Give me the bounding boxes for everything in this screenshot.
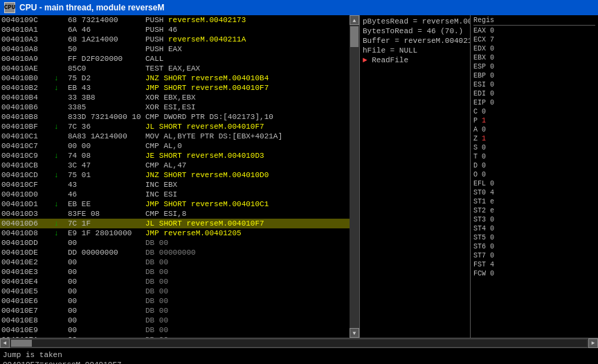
mnem: JNZ (145, 74, 159, 82)
table-row[interactable]: 004010A368 1A214000PUSH reverseM.0040211… (0, 35, 350, 44)
table-row[interactable]: 004010B8833D 73214000 10CMP DWORD PTR DS… (0, 112, 350, 122)
row-instruction: DB 00 (144, 267, 350, 277)
row-bytes: 3C 47 (68, 161, 144, 170)
table-row[interactable]: 004010CD↓75 01JNZ SHORT reverseM.004010D… (0, 170, 350, 180)
row-arrow (54, 257, 68, 267)
table-row[interactable]: 004010CB3C 47CMP AL,47 (0, 161, 350, 170)
table-row[interactable]: 004010E600DB 00 (0, 296, 350, 306)
table-row[interactable]: 004010E300DB 00 (0, 267, 350, 277)
table-row[interactable]: 004010E500DB 00 (0, 286, 350, 296)
row-address: 004010B8 (0, 112, 54, 122)
table-row[interactable]: 004010CF43INC EBX (0, 180, 350, 190)
table-row[interactable]: 004010D383FE 08CMP ESI,8 (0, 209, 350, 219)
operand: 00 (159, 336, 168, 338)
st-register-line: ST3 0 (473, 215, 595, 224)
flag-name: D (473, 162, 482, 170)
scroll-track[interactable] (11, 340, 587, 347)
mnem: MOV (145, 132, 159, 140)
bottom-scrollbar[interactable]: ◄ ► (0, 338, 598, 347)
reg-name: ESP (473, 63, 490, 71)
row-bytes: EB EE (68, 199, 144, 209)
row-arrow (54, 141, 68, 151)
table-row[interactable]: 004010B2↓EB 43JMP SHORT reverseM.004010F… (0, 83, 350, 93)
reg-value: 0 (490, 63, 494, 71)
table-row[interactable]: 004010D046INC ESI (0, 190, 350, 199)
row-address: 0040109C (0, 15, 54, 25)
flag-name: T (473, 153, 482, 161)
row-address: 004010D1 (0, 199, 54, 209)
row-bytes: 00 (68, 257, 144, 267)
row-instruction: PUSH 46 (144, 25, 350, 35)
scroll-thumb[interactable] (350, 26, 359, 47)
scroll-up-arrow[interactable]: ▲ (350, 15, 359, 25)
scroll-down-arrow[interactable]: ▼ (350, 328, 359, 338)
table-row[interactable]: 004010EA00DB 00 (0, 335, 350, 338)
operand: AL,BYTE PTR DS:[EBX+4021A] (163, 132, 282, 140)
table-row[interactable]: 004010A850PUSH EAX (0, 44, 350, 54)
table-row[interactable]: 004010D6↓7C 1FJL SHORT reverseM.004010F7 (0, 219, 350, 228)
row-instruction: DB 00 (144, 335, 350, 338)
table-row[interactable]: 004010DEDD 00000000DB 00000000 (0, 248, 350, 257)
disasm-scrollbar[interactable]: ▲ ▼ (350, 15, 359, 338)
st-value: 0 (490, 216, 494, 224)
table-row[interactable]: 004010DD00DB 00 (0, 238, 350, 248)
row-instruction: JMP SHORT reverseM.004010F7 (144, 83, 350, 93)
operand: SHORT reverseM.004010B4 (163, 74, 269, 82)
mnem: JL (145, 219, 154, 228)
table-row[interactable]: 004010A9FF D2F020000CALL (0, 54, 350, 64)
flag-line: P 1 (473, 116, 595, 125)
status-bar: Jump is taken 004010F7=reverseM.004010F7 (0, 347, 598, 364)
operand: 00 (159, 307, 168, 315)
table-row[interactable]: 004010D8↓E9 1F 28010000JMP reverseM.0040… (0, 228, 350, 238)
row-bytes: 85C0 (68, 64, 144, 73)
disasm-rows: 0040109C68 73214000PUSH reverseM.0040217… (0, 15, 350, 338)
table-row[interactable]: 004010A16A 46PUSH 46 (0, 25, 350, 35)
fcw-value: 0 (490, 270, 494, 277)
table-row[interactable]: 004010E700DB 00 (0, 306, 350, 316)
row-address: 004010B4 (0, 93, 54, 102)
table-row[interactable]: 004010E800DB 00 (0, 316, 350, 325)
table-row[interactable]: 004010E900DB 00 (0, 325, 350, 335)
row-arrow (54, 248, 68, 257)
row-address: 004010DD (0, 238, 54, 248)
window-title: CPU - main thread, module reverseM (19, 3, 164, 12)
row-arrow (54, 277, 68, 286)
row-address: 004010C9 (0, 151, 54, 161)
table-row[interactable]: 004010B63385XOR ESI,ESI (0, 102, 350, 112)
scroll-thumb-h[interactable] (11, 340, 32, 347)
table-row[interactable]: 004010E200DB 00 (0, 257, 350, 267)
table-row[interactable]: 004010BF↓7C 36JL SHORT reverseM.004010F7 (0, 122, 350, 131)
mnem: CMP (145, 161, 159, 170)
row-arrow (54, 286, 68, 296)
table-row[interactable]: 004010B433 3B8XOR EBX,EBX (0, 93, 350, 102)
row-address: 004010A3 (0, 35, 54, 44)
row-bytes: 3385 (68, 102, 144, 112)
table-row[interactable]: 004010D1↓EB EEJMP SHORT reverseM.004010C… (0, 199, 350, 209)
row-bytes: 8A83 1A214000 (68, 131, 144, 141)
table-row[interactable]: 004010B0↓75 D2JNZ SHORT reverseM.004010B… (0, 73, 350, 83)
reg-name: EAX (473, 27, 490, 35)
row-bytes: 68 73214000 (68, 15, 144, 25)
disasm-panel[interactable]: 0040109C68 73214000PUSH reverseM.0040217… (0, 15, 360, 338)
info-red-marker: ► (363, 56, 372, 64)
row-address: 004010E7 (0, 306, 54, 316)
info-panel: pBytesRead = reverseM.00402173BytesToRea… (360, 15, 471, 338)
row-address: 004010E5 (0, 286, 54, 296)
operand: 00 (159, 316, 168, 325)
scroll-right-arrow[interactable]: ► (588, 338, 598, 348)
table-row[interactable]: 004010C18A83 1A214000MOV AL,BYTE PTR DS:… (0, 131, 350, 141)
cpu-icon: CPU (4, 2, 15, 13)
row-address: 004010C1 (0, 131, 54, 141)
st-value: e (490, 207, 494, 215)
info-line: hFile = NULL (360, 46, 470, 55)
table-row[interactable]: 0040109C68 73214000PUSH reverseM.0040217… (0, 15, 350, 25)
row-arrow (54, 190, 68, 199)
scroll-left-arrow[interactable]: ◄ (0, 338, 10, 348)
flag-value: 0 (482, 126, 486, 134)
table-row[interactable]: 004010E400DB 00 (0, 277, 350, 286)
row-address: 004010D8 (0, 228, 54, 238)
table-row[interactable]: 004010AE85C0TEST EAX,EAX (0, 64, 350, 73)
table-row[interactable]: 004010C9↓74 08JE SHORT reverseM.004010D3 (0, 151, 350, 161)
row-arrow: ↓ (54, 219, 68, 228)
table-row[interactable]: 004010C700 00CMP AL,0 (0, 141, 350, 151)
